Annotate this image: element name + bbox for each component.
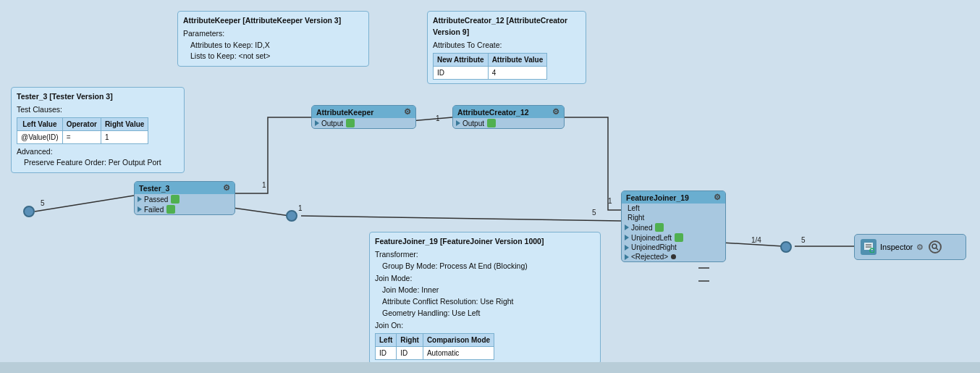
featurejoiner-inner: Join Mode: Inner [382, 285, 595, 296]
ac12-output-green-icon[interactable] [487, 119, 496, 127]
junction-circle-node [286, 210, 297, 222]
fj-right-port: Right [622, 213, 725, 222]
attributekeeper-tooltip-title: AttributeKeeper [AttributeKeeper Version… [183, 15, 363, 27]
attributecreator-row-attr: ID [434, 67, 489, 80]
label-5-fj: 5 [592, 209, 596, 217]
fj-row-right: ID [397, 347, 423, 360]
fj-unjoinedleft-port: UnjoinedLeft [622, 232, 725, 243]
attributekeeper-node-label: AttributeKeeper [316, 108, 373, 117]
attributekeeper-node-header[interactable]: AttributeKeeper ⚙ [312, 106, 415, 118]
attributecreator-table: New Attribute Attribute Value ID 4 [433, 53, 547, 80]
tester-tooltip: Tester_3 [Tester Version 3] Test Clauses… [11, 87, 185, 173]
fj-joined-port: Joined [622, 222, 725, 232]
label-1-ak-ac: 1 [436, 114, 440, 122]
tester3-failed-green-icon[interactable] [166, 205, 175, 214]
attributekeeper-gear-icon[interactable]: ⚙ [404, 107, 411, 117]
attributekeeper-lists-keep: Lists to Keep: <not set> [190, 51, 363, 62]
featurejoiner19-node[interactable]: FeatureJoiner_19 ⚙ Left Right Joined Unj… [621, 190, 726, 262]
label-quarter: 1/4 [751, 236, 761, 244]
fj-joined-label: Joined [631, 224, 652, 232]
fj-unjoinedleft-label: UnjoinedLeft [631, 234, 672, 242]
featurejoiner-joinon: Join On: [375, 320, 595, 332]
fj-right-label: Right [628, 214, 644, 222]
attributekeeper-output-label: Output [321, 120, 343, 127]
inspector-gear-icon[interactable]: ⚙ [916, 243, 924, 252]
attributecreator-tooltip-title: AttributeCreator_12 [AttributeCreator Ve… [433, 15, 580, 38]
featurejoiner-tooltip-title: FeatureJoiner_19 [FeatureJoiner Version … [375, 236, 595, 248]
fj-rejected-arrow-icon [625, 254, 629, 260]
label-5-inspector: 5 [801, 236, 806, 244]
attributecreator12-gear-icon[interactable]: ⚙ [552, 107, 559, 117]
fj-unjoinedright-arrow-icon [625, 245, 629, 251]
label-1-tester-ak: 1 [262, 181, 266, 189]
attributekeeper-output-port: Output [312, 118, 415, 128]
fj-joined-green-icon[interactable] [655, 223, 664, 232]
failed-arrow-icon [138, 206, 142, 212]
fj-unjoinedleft-green-icon[interactable] [675, 233, 683, 242]
tester-table: Left Value Operator Right Value @Value(I… [17, 117, 148, 144]
attributecreator12-output-port: Output [453, 118, 564, 128]
fj-rejected-dot-icon [671, 254, 676, 259]
table-row: ID 4 [434, 67, 547, 80]
attributekeeper-params-label: Parameters: [183, 28, 363, 40]
tester-tooltip-title: Tester_3 [Tester Version 3] [17, 91, 179, 103]
fj-row-comp: Automatic [423, 347, 494, 360]
input-circle-node[interactable] [23, 206, 35, 217]
attributecreator12-label: AttributeCreator_12 [457, 108, 529, 117]
fj-row-left: ID [376, 347, 397, 360]
featurejoiner19-gear-icon[interactable]: ⚙ [714, 193, 721, 202]
fj-joined-arrow-icon [625, 225, 629, 230]
tester3-passed-green-icon[interactable] [171, 195, 179, 204]
featurejoiner-joinmode-label: Join Mode: [375, 273, 595, 285]
ak-output-green-icon[interactable] [346, 119, 355, 127]
attributecreator12-node[interactable]: AttributeCreator_12 ⚙ Output [452, 105, 565, 129]
featurejoiner19-header[interactable]: FeatureJoiner_19 ⚙ [622, 191, 725, 204]
attributecreator12-header[interactable]: AttributeCreator_12 ⚙ [453, 106, 564, 118]
fj-unjoinedleft-arrow-icon [625, 235, 629, 240]
label-1-circle: 1 [298, 204, 303, 212]
label-1-fj-top: 1 [608, 197, 612, 205]
attributecreator-row-val: 4 [488, 67, 547, 80]
inspector-label: Inspector [880, 243, 913, 251]
tester3-gear-icon[interactable]: ⚙ [223, 183, 230, 193]
tester-test-clauses: Test Clauses: [17, 104, 179, 116]
table-row: ID ID Automatic [376, 347, 494, 360]
featurejoiner-transformer-label: Transformer: [375, 249, 595, 261]
fj-rejected-port: <Rejected> [622, 252, 725, 261]
svg-line-0 [35, 196, 134, 211]
svg-line-1 [233, 208, 290, 216]
tester3-node[interactable]: Tester_3 ⚙ Passed Failed [134, 181, 235, 215]
tester3-header[interactable]: Tester_3 ⚙ [135, 182, 235, 194]
featurejoiner19-label: FeatureJoiner_19 [626, 193, 689, 202]
svg-line-15 [937, 248, 939, 251]
attributekeeper-node[interactable]: AttributeKeeper ⚙ Output [311, 105, 416, 129]
canvas: AttributeKeeper [AttributeKeeper Version… [0, 0, 980, 362]
tester-row-op: = [62, 130, 101, 143]
tester-col-left: Left Value [17, 117, 63, 130]
tester3-failed-label: Failed [144, 206, 164, 214]
tester-preserve: Preserve Feature Order: Per Output Port [24, 157, 179, 169]
scrollbar[interactable] [0, 362, 980, 373]
fj-rejected-label: <Rejected> [631, 253, 668, 261]
featurejoiner-table: Left Right Comparison Mode ID ID Automat… [375, 333, 494, 360]
attributekeeper-tooltip: AttributeKeeper [AttributeKeeper Version… [177, 11, 369, 67]
attributecreator-tooltip: AttributeCreator_12 [AttributeCreator Ve… [427, 11, 586, 84]
featurejoiner-geometry: Geometry Handling: Use Left [382, 308, 595, 319]
tester-col-op: Operator [62, 117, 101, 130]
attributecreator-attrs-label: Attributes To Create: [433, 40, 580, 51]
inspector-search-icon[interactable] [932, 243, 939, 251]
featurejoiner-transformer-value: Group By Mode: Process At End (Blocking) [382, 261, 595, 272]
fj-col-right: Right [397, 334, 423, 347]
inspector-node[interactable]: Inspector ⚙ [854, 234, 966, 260]
tester3-label: Tester_3 [139, 184, 169, 193]
featurejoiner-tooltip: FeatureJoiner_19 [FeatureJoiner Version … [369, 232, 601, 364]
attributecreator-col-val: Attribute Value [488, 54, 547, 67]
fj-left-label: Left [628, 204, 640, 212]
tester-row-rightval: 1 [101, 130, 148, 143]
fj-col-left: Left [376, 334, 397, 347]
svg-line-3 [301, 216, 621, 221]
tester-advanced: Advanced: [17, 146, 179, 158]
table-row: @Value(ID) = 1 [17, 130, 148, 143]
svg-point-14 [932, 244, 937, 248]
ak-output-arrow-icon [315, 120, 319, 126]
